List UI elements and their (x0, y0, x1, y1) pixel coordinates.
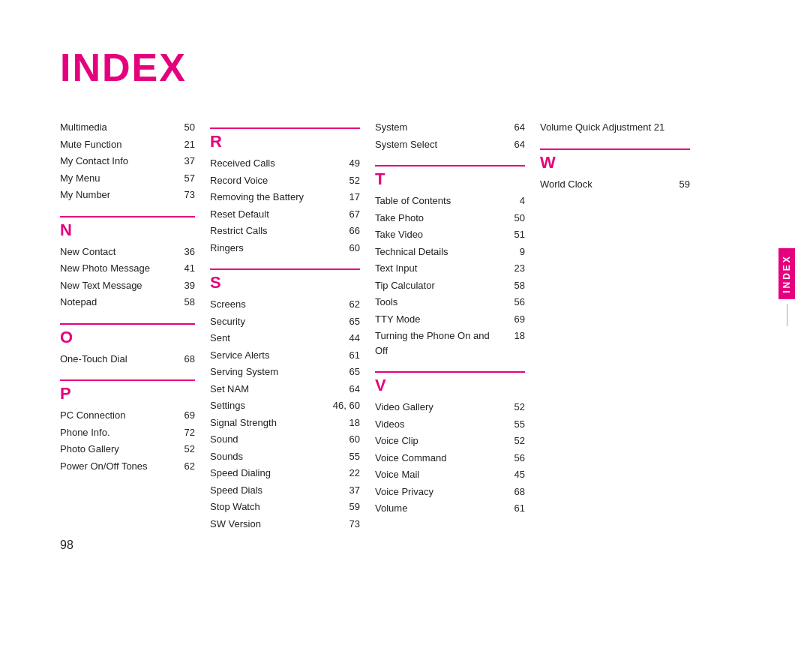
index-grid: Multimedia 50 Mute Function 21 My Contac… (60, 120, 750, 544)
section-N: N New Contact 36 New Photo Message 41 Ne… (60, 216, 195, 310)
section-S: S Screens 62 Security 65 Sent 44 Service… (210, 268, 360, 531)
section-letter-N: N (60, 216, 195, 240)
list-item: World Clock 59 (540, 177, 690, 192)
section-letter-W: W (540, 148, 690, 172)
list-item: Stop Watch 59 (210, 500, 360, 514)
pre-section-col1: Multimedia 50 Mute Function 21 My Contac… (60, 120, 195, 202)
list-item: System 64 (375, 120, 525, 135)
pre-section-col3: System 64 System Select 64 (375, 120, 525, 152)
list-item: Sent 44 (210, 331, 360, 346)
list-item: Volume 61 (375, 501, 525, 516)
section-letter-S: S (210, 268, 360, 292)
list-item: Notepad 58 (60, 295, 195, 310)
list-item: My Contact Info 37 (60, 154, 195, 169)
list-item: PC Connection 69 (60, 408, 195, 423)
list-item: Mute Function 21 (60, 137, 195, 152)
pre-section-col4: Volume Quick Adjustment 21 (540, 120, 690, 135)
sidebar-line (787, 304, 788, 326)
section-V: V Video Gallery 52 Videos 55 Voice Clip … (375, 371, 525, 516)
section-letter-R: R (210, 128, 360, 152)
list-item: My Menu 57 (60, 171, 195, 186)
list-item: Turning the Phone On and Off 18 (375, 328, 525, 358)
list-item: Photo Gallery 52 (60, 442, 195, 457)
list-item: Received Calls 49 (210, 156, 360, 171)
section-P: P PC Connection 69 Phone Info. 72 Photo … (60, 380, 195, 473)
section-letter-O: O (60, 323, 195, 347)
list-item: Volume Quick Adjustment 21 (540, 120, 690, 135)
list-item: Take Photo 50 (375, 211, 525, 226)
list-item: Speed Dialing 22 (210, 466, 360, 481)
page-number: 98 (60, 538, 74, 552)
section-O: O One-Touch Dial 68 (60, 323, 195, 367)
list-item: Voice Command 56 (375, 451, 525, 466)
section-letter-P: P (60, 380, 195, 404)
list-item: Table of Contents 4 (375, 194, 525, 208)
list-item: SW Version 73 (210, 517, 360, 532)
section-letter-T: T (375, 165, 525, 189)
list-item: New Text Message 39 (60, 278, 195, 293)
list-item: Speed Dials 37 (210, 483, 360, 498)
sidebar-label: INDEX (778, 248, 795, 326)
list-item: Service Alerts 61 (210, 348, 360, 363)
list-item: Take Video 51 (375, 227, 525, 242)
column-2: R Received Calls 49 Record Voice 52 Remo… (210, 120, 375, 544)
list-item: Record Voice 52 (210, 173, 360, 188)
list-item: My Number 73 (60, 188, 195, 202)
list-item: Restrict Calls 66 (210, 224, 360, 238)
list-item: Videos 55 (375, 417, 525, 432)
list-item: Tools 56 (375, 295, 525, 310)
column-3: System 64 System Select 64 T Table of Co… (375, 120, 540, 530)
list-item: Text Input 23 (375, 261, 525, 276)
list-item: Video Gallery 52 (375, 400, 525, 415)
list-item: Signal Strength 18 (210, 416, 360, 430)
list-item: New Contact 36 (60, 244, 195, 260)
list-item: Reset Default 67 (210, 207, 360, 222)
column-1: Multimedia 50 Mute Function 21 My Contac… (60, 120, 210, 487)
section-W: W World Clock 59 (540, 148, 690, 192)
list-item: Voice Mail 45 (375, 467, 525, 482)
list-item: Screens 62 (210, 297, 360, 312)
page: INDEX Multimedia 50 Mute Function 21 My … (0, 0, 810, 574)
list-item: Sound 60 (210, 432, 360, 447)
page-title: INDEX (60, 45, 750, 90)
list-item: Tip Calculator 58 (375, 278, 525, 293)
sidebar-index-label: INDEX (778, 248, 795, 299)
list-item: TTY Mode 69 (375, 312, 525, 327)
list-item: Set NAM 64 (210, 382, 360, 397)
list-item: New Photo Message 41 (60, 261, 195, 276)
list-item: Multimedia 50 (60, 120, 195, 135)
list-item: Sounds 55 (210, 449, 360, 464)
list-item: Phone Info. 72 (60, 425, 195, 440)
list-item: Security 65 (210, 314, 360, 329)
section-T: T Table of Contents 4 Take Photo 50 Take… (375, 165, 525, 358)
list-item: Voice Clip 52 (375, 434, 525, 448)
list-item: Settings 46, 60 (210, 398, 360, 413)
list-item: Technical Details 9 (375, 244, 525, 260)
list-item: Ringers 60 (210, 241, 360, 256)
column-4: Volume Quick Adjustment 21 W World Clock… (540, 120, 705, 205)
list-item: Serving System 65 (210, 364, 360, 380)
list-item: System Select 64 (375, 137, 525, 152)
section-letter-V: V (375, 371, 525, 395)
list-item: Removing the Battery 17 (210, 190, 360, 205)
list-item: Voice Privacy 68 (375, 484, 525, 500)
list-item: Power On/Off Tones 62 (60, 459, 195, 474)
section-R: R Received Calls 49 Record Voice 52 Remo… (210, 128, 360, 255)
list-item: One-Touch Dial 68 (60, 352, 195, 367)
